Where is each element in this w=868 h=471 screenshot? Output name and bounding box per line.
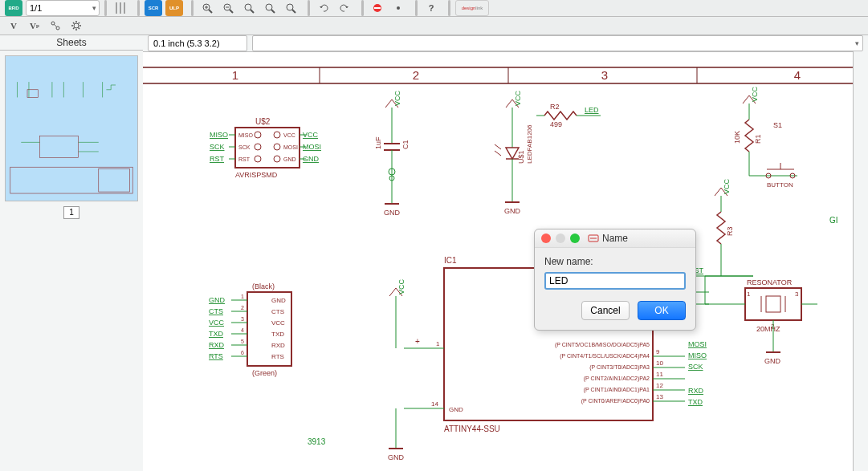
svg-text:RST: RST xyxy=(238,156,251,162)
svg-text:R3: R3 xyxy=(726,226,734,236)
svg-line-8 xyxy=(230,10,233,13)
svg-text:GND: GND xyxy=(764,357,781,365)
svg-text:GND: GND xyxy=(283,156,296,162)
svg-text:R2: R2 xyxy=(550,103,560,111)
svg-text:VCC: VCC xyxy=(397,278,405,294)
svg-rect-129 xyxy=(766,296,780,312)
svg-text:1: 1 xyxy=(232,68,238,82)
gear-icon[interactable] xyxy=(67,18,85,34)
svg-text:10: 10 xyxy=(656,359,663,367)
command-input[interactable] xyxy=(252,35,863,51)
sheet-number: 1/1 xyxy=(30,3,42,13)
close-icon[interactable] xyxy=(541,233,551,243)
designlink-icon[interactable]: designlink xyxy=(455,0,489,16)
svg-text:RTS: RTS xyxy=(271,353,284,360)
svg-text:VCC: VCC xyxy=(514,90,522,106)
redraw-icon[interactable] xyxy=(282,0,300,16)
zoom-icon[interactable] xyxy=(570,233,580,243)
value-v-icon[interactable]: V xyxy=(5,18,22,34)
separator xyxy=(191,0,194,16)
svg-text:SCK: SCK xyxy=(238,144,251,150)
svg-text:13: 13 xyxy=(656,393,663,400)
redo-icon[interactable] xyxy=(336,0,353,16)
svg-text:1: 1 xyxy=(436,340,440,347)
svg-line-11 xyxy=(251,10,254,13)
vertical-scrollbar[interactable] xyxy=(853,51,868,471)
name-input[interactable] xyxy=(544,272,686,290)
schematic-canvas[interactable]: 1 2 3 4 U$2 MISO SCK RST MISO SCK xyxy=(143,51,854,471)
stop-icon[interactable] xyxy=(369,0,386,16)
svg-text:VCC: VCC xyxy=(283,132,295,138)
cancel-button[interactable]: Cancel xyxy=(581,301,630,320)
undo-icon[interactable] xyxy=(315,0,332,16)
svg-text:499: 499 xyxy=(550,120,562,128)
svg-text:RXD: RXD xyxy=(209,341,225,349)
svg-text:MISO: MISO xyxy=(238,132,253,138)
grid-icon[interactable] xyxy=(112,0,129,16)
svg-point-14 xyxy=(287,4,293,10)
svg-text:+: + xyxy=(415,337,420,346)
svg-text:GI: GI xyxy=(829,216,838,225)
ulp-icon[interactable]: ULP xyxy=(165,0,183,16)
svg-text:6: 6 xyxy=(241,350,244,355)
svg-text:RTS: RTS xyxy=(209,352,223,360)
svg-text:20MHZ: 20MHZ xyxy=(756,325,780,333)
svg-text:SCK: SCK xyxy=(210,143,225,151)
name-dialog: Name New name: Cancel OK xyxy=(534,229,696,331)
svg-text:3: 3 xyxy=(241,316,244,322)
svg-text:MOSI: MOSI xyxy=(688,340,707,348)
separator xyxy=(361,0,364,16)
svg-text:GND: GND xyxy=(384,209,401,217)
zoom-in-icon[interactable] xyxy=(198,0,216,16)
svg-text:VCC: VCC xyxy=(271,319,285,327)
svg-line-15 xyxy=(292,10,295,13)
help-icon[interactable]: ? xyxy=(422,0,440,16)
zoom-out-icon[interactable] xyxy=(219,0,237,16)
go-icon[interactable] xyxy=(389,0,407,16)
separator xyxy=(104,0,107,16)
svg-text:1: 1 xyxy=(747,290,751,298)
svg-text:(P CINT1/AIN0/ADC1)PA1: (P CINT1/AIN0/ADC1)PA1 xyxy=(584,387,650,393)
svg-text:11: 11 xyxy=(656,371,663,378)
ok-button[interactable]: OK xyxy=(638,301,686,320)
dialog-title-text: Name xyxy=(602,233,628,244)
svg-line-27 xyxy=(73,22,75,24)
sheet-page-number[interactable]: 1 xyxy=(63,206,79,219)
sheet-selector[interactable]: 1/1 xyxy=(26,0,100,16)
svg-point-65 xyxy=(274,132,280,138)
svg-text:C1: C1 xyxy=(401,140,410,149)
script-icon[interactable] xyxy=(47,18,64,34)
svg-text:2: 2 xyxy=(241,305,244,311)
separator xyxy=(448,0,450,16)
svg-text:(P CINT3/T0/ADC3)PA3: (P CINT3/T0/ADC3)PA3 xyxy=(589,364,650,371)
svg-text:RST: RST xyxy=(210,155,225,163)
value-vp-icon[interactable]: Vp xyxy=(26,18,43,34)
svg-text:LEDFAB1206: LEDFAB1206 xyxy=(526,124,533,164)
svg-rect-17 xyxy=(374,7,381,9)
svg-text:GND: GND xyxy=(209,296,226,304)
svg-text:CTS: CTS xyxy=(271,308,284,315)
status-bar: 0.1 inch (5.3 3.2) xyxy=(143,35,868,52)
toolbar-main: BRD 1/1 SCR ULP ? designlink xyxy=(0,0,868,17)
coords-display: 0.1 inch (5.3 3.2) xyxy=(148,35,247,51)
separator xyxy=(308,0,310,16)
svg-text:S1: S1 xyxy=(773,121,782,129)
dialog-titlebar[interactable]: Name xyxy=(535,229,695,248)
scr-icon[interactable]: SCR xyxy=(145,0,162,16)
svg-text:IC1: IC1 xyxy=(444,256,457,265)
svg-point-64 xyxy=(255,156,261,162)
minimize-icon xyxy=(556,233,565,243)
zoom-fit-icon[interactable] xyxy=(240,0,258,16)
svg-text:3: 3 xyxy=(601,68,608,82)
zoom-window-icon[interactable] xyxy=(261,0,279,16)
svg-text:RESONATOR: RESONATOR xyxy=(747,278,793,286)
name-icon xyxy=(588,233,599,244)
dialog-label: New name: xyxy=(544,256,686,267)
sheet-thumbnail[interactable] xyxy=(5,55,138,201)
brd-switch-icon[interactable]: BRD xyxy=(5,0,22,16)
svg-text:TXD: TXD xyxy=(209,330,224,338)
svg-text:VCC: VCC xyxy=(209,319,225,327)
svg-text:RXD: RXD xyxy=(688,387,704,395)
svg-text:MOSI: MOSI xyxy=(283,144,298,150)
svg-rect-31 xyxy=(6,59,137,198)
